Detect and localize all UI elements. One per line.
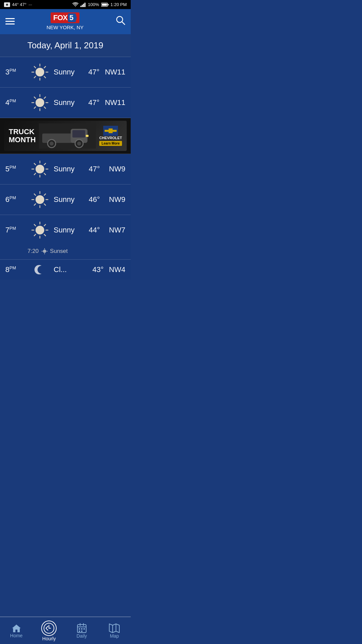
svg-line-53 xyxy=(34,204,36,205)
temp-4pm: 47° xyxy=(88,98,100,107)
temp-3pm: 47° xyxy=(88,68,100,76)
svg-point-47 xyxy=(36,165,44,173)
svg-line-26 xyxy=(44,107,46,108)
svg-line-46 xyxy=(34,163,36,165)
status-dots: ··· xyxy=(28,2,32,7)
svg-line-15 xyxy=(44,66,46,68)
condition-5pm: Sunny xyxy=(54,165,89,173)
sun-icon-4pm xyxy=(31,94,49,112)
chevrolet-badge: CHEVROLET Learn More xyxy=(99,126,122,146)
svg-line-43 xyxy=(44,163,46,165)
temp-7pm: 44° xyxy=(89,226,100,234)
search-button[interactable] xyxy=(115,15,125,28)
time-3pm: 3PM xyxy=(5,68,26,76)
condition-8pm: Cl... xyxy=(54,265,93,274)
search-icon xyxy=(115,15,125,25)
status-temps: 44° 47° xyxy=(12,2,26,7)
svg-line-55 xyxy=(34,194,36,195)
time-4pm: 4PM xyxy=(5,98,26,107)
svg-rect-37 xyxy=(86,135,88,137)
status-time: 1:20 PM xyxy=(111,2,127,7)
weather-row-6pm[interactable]: 6PM Sunny 46° NW9 xyxy=(0,184,131,215)
weather-row-4pm[interactable]: 4PM Sunny 47° NW11 xyxy=(0,88,131,118)
svg-rect-5 xyxy=(84,3,85,7)
time-5pm: 5PM xyxy=(5,165,26,173)
sun-icon-6pm xyxy=(31,191,49,209)
time-6pm: 6PM xyxy=(5,195,26,204)
svg-line-61 xyxy=(44,224,46,226)
svg-rect-8 xyxy=(108,4,109,5)
svg-line-24 xyxy=(44,97,46,98)
weather-row-7pm[interactable]: 7PM Sunny 44° NW7 xyxy=(0,215,131,245)
time-7pm: 7PM xyxy=(5,226,26,234)
ad-line2: MONTH xyxy=(9,136,36,144)
weather-row-8pm-partial[interactable]: 8PM Cl... 43° NW4 xyxy=(0,260,131,280)
svg-line-64 xyxy=(34,224,36,226)
logo-area: FOX 5 NEW YORK, NY xyxy=(47,12,84,30)
svg-line-18 xyxy=(34,66,36,68)
weather-row-5pm[interactable]: 5PM Sunny 47° NW9 xyxy=(0,154,131,184)
temp-5pm: 47° xyxy=(89,165,100,173)
weather-row-3pm[interactable]: 3PM Sunny 47° NW11 xyxy=(0,57,131,88)
temp-8pm: 43° xyxy=(93,265,104,274)
app-header: FOX 5 NEW YORK, NY xyxy=(0,9,131,34)
svg-rect-32 xyxy=(72,130,85,138)
svg-point-34 xyxy=(50,142,54,146)
wind-5pm: NW9 xyxy=(105,165,125,173)
ad-line1: TRUCK xyxy=(9,128,36,136)
svg-point-1 xyxy=(6,4,8,6)
moon-icon-8pm xyxy=(31,261,49,279)
signal-icon xyxy=(80,2,86,7)
svg-line-62 xyxy=(34,234,36,236)
date-text: Today, April 1, 2019 xyxy=(27,40,103,50)
date-banner: Today, April 1, 2019 xyxy=(0,34,131,57)
battery-pct: 100% xyxy=(88,2,99,7)
svg-point-36 xyxy=(77,142,81,146)
battery-icon xyxy=(101,3,109,7)
wind-6pm: NW9 xyxy=(105,195,125,204)
svg-rect-7 xyxy=(102,4,107,6)
condition-6pm: Sunny xyxy=(54,195,89,204)
time-8pm: 8PM xyxy=(5,265,26,274)
condition-7pm: Sunny xyxy=(54,226,89,234)
svg-rect-2 xyxy=(80,6,81,7)
wind-7pm: NW7 xyxy=(105,226,125,234)
svg-line-16 xyxy=(34,76,36,78)
svg-point-19 xyxy=(36,68,44,76)
sunset-label: Sunset xyxy=(50,248,68,255)
svg-point-28 xyxy=(36,98,44,107)
svg-line-52 xyxy=(44,194,46,195)
status-right: 100% 1:20 PM xyxy=(72,2,127,7)
wifi-icon xyxy=(72,2,78,7)
svg-point-66 xyxy=(43,250,46,253)
menu-button[interactable] xyxy=(5,18,15,24)
svg-line-27 xyxy=(34,97,36,98)
status-left: 44° 47° ··· xyxy=(4,2,32,7)
chevy-logo-icon xyxy=(103,126,118,136)
fox-text: FOX xyxy=(53,13,67,22)
svg-line-54 xyxy=(44,204,46,205)
ad-text: TRUCK MONTH xyxy=(9,128,36,144)
main-content: 3PM Sunny 47° NW11 4PM xyxy=(0,57,131,303)
chevrolet-label: CHEVROLET xyxy=(99,136,122,140)
ad-content: TRUCK MONTH xyxy=(4,121,127,151)
five-badge: 5 xyxy=(68,13,77,22)
sunset-row: 7:20 Sunset xyxy=(0,245,131,260)
sun-icon-5pm xyxy=(31,160,49,178)
temp-6pm: 46° xyxy=(89,195,100,204)
ad-banner[interactable]: TRUCK MONTH xyxy=(0,118,131,154)
sunset-icon xyxy=(41,248,48,255)
sun-icon-7pm xyxy=(31,221,49,239)
sun-icon-3pm xyxy=(31,63,49,81)
svg-point-65 xyxy=(36,226,44,234)
wind-3pm: NW11 xyxy=(105,68,125,76)
svg-rect-4 xyxy=(83,4,84,7)
svg-line-25 xyxy=(34,107,36,108)
wind-4pm: NW11 xyxy=(105,98,125,107)
chevrolet-cta[interactable]: Learn More xyxy=(99,141,122,146)
svg-line-44 xyxy=(34,173,36,175)
ad-truck-image xyxy=(39,123,96,149)
svg-line-17 xyxy=(44,76,46,78)
photo-icon xyxy=(4,2,10,7)
svg-line-45 xyxy=(44,173,46,175)
